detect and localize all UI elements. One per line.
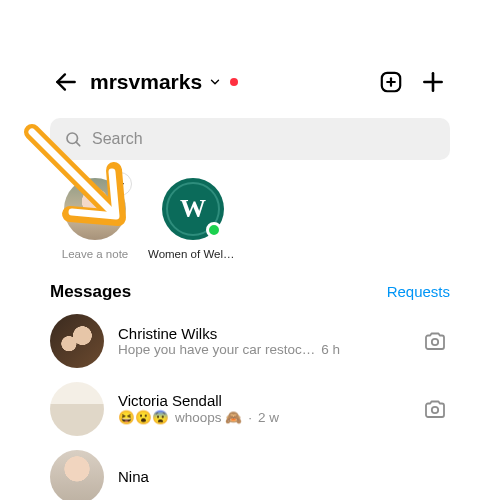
message-name: Christine Wilks [118, 325, 406, 342]
back-button[interactable] [50, 66, 82, 98]
svg-line-7 [76, 142, 80, 146]
separator: · [248, 410, 252, 425]
svg-point-8 [432, 339, 438, 345]
add-note-plus-icon: + [108, 172, 132, 196]
message-preview: Hope you have your car restoc… [118, 342, 315, 357]
requests-link[interactable]: Requests [387, 283, 450, 300]
dm-inbox-screen: mrsvmarks + Leave a note [0, 0, 500, 500]
note-item[interactable]: W Women of Welbeck [154, 178, 232, 262]
header-bar: mrsvmarks [50, 60, 450, 104]
camera-button[interactable] [420, 326, 450, 356]
username-label: mrsvmarks [90, 70, 202, 94]
message-emoji: 😆😮😨 [118, 409, 169, 425]
message-name: Nina [118, 468, 450, 485]
message-preview: whoops 🙈 [175, 409, 242, 425]
message-name: Victoria Sendall [118, 392, 406, 409]
search-icon [64, 130, 82, 148]
compose-button[interactable] [416, 65, 450, 99]
messages-heading: Messages [50, 282, 131, 302]
leave-a-note[interactable]: + Leave a note [56, 178, 134, 262]
message-list: Christine Wilks Hope you have your car r… [50, 314, 450, 500]
note-label: Women of Welbeck [148, 248, 238, 262]
active-status-icon [206, 222, 222, 238]
message-body: Christine Wilks Hope you have your car r… [118, 325, 406, 357]
chevron-down-icon [208, 75, 222, 89]
message-body: Victoria Sendall 😆😮😨 whoops 🙈 · 2 w [118, 392, 406, 425]
search-input[interactable] [92, 130, 436, 148]
plus-icon [420, 69, 446, 95]
avatar [50, 450, 104, 500]
avatar [50, 314, 104, 368]
notes-row: + Leave a note W Women of Welbeck [50, 178, 450, 262]
account-switcher[interactable]: mrsvmarks [90, 70, 238, 94]
leave-note-label: Leave a note [62, 248, 129, 262]
message-row[interactable]: Nina [50, 450, 450, 500]
unread-dot-icon [230, 78, 238, 86]
note-avatar: W [162, 178, 224, 240]
back-arrow-icon [53, 69, 79, 95]
new-video-call-button[interactable] [374, 65, 408, 99]
message-body: Nina [118, 468, 450, 485]
svg-point-9 [432, 407, 438, 413]
message-row[interactable]: Christine Wilks Hope you have your car r… [50, 314, 450, 368]
messages-section-header: Messages Requests [50, 282, 450, 302]
message-time: 6 h [321, 342, 340, 357]
search-bar[interactable] [50, 118, 450, 160]
avatar [50, 382, 104, 436]
new-message-box-icon [378, 69, 404, 95]
self-avatar: + [64, 178, 126, 240]
message-time: 2 w [258, 410, 279, 425]
camera-icon [423, 329, 447, 353]
camera-icon [423, 397, 447, 421]
message-row[interactable]: Victoria Sendall 😆😮😨 whoops 🙈 · 2 w [50, 382, 450, 436]
camera-button[interactable] [420, 394, 450, 424]
